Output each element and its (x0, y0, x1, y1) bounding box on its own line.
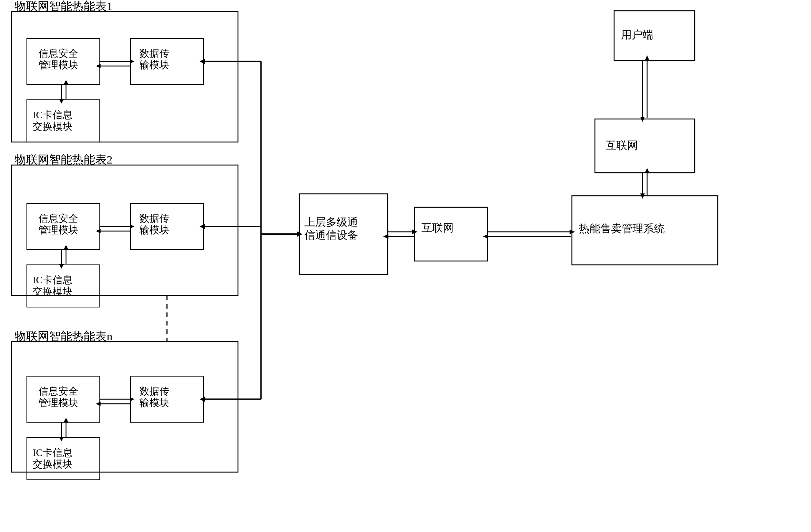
svg-text:上层多级通: 上层多级通 (304, 216, 358, 228)
svg-rect-13 (415, 207, 487, 261)
svg-marker-28 (96, 229, 101, 233)
svg-text:信息安全: 信息安全 (38, 213, 78, 224)
svg-marker-49 (200, 397, 205, 402)
svg-marker-61 (645, 168, 649, 173)
svg-rect-1 (12, 165, 238, 296)
svg-text:IC卡信息: IC卡信息 (33, 109, 73, 121)
svg-marker-32 (64, 245, 68, 249)
svg-text:IC卡信息: IC卡信息 (33, 447, 73, 458)
svg-text:热能售卖管理系统: 热能售卖管理系统 (579, 223, 665, 235)
svg-rect-12 (299, 194, 388, 274)
svg-text:物联网智能热能表1: 物联网智能热能表1 (15, 0, 112, 12)
svg-marker-55 (570, 230, 575, 234)
svg-marker-24 (64, 80, 68, 84)
svg-rect-10 (130, 376, 203, 422)
svg-marker-26 (130, 224, 134, 229)
svg-text:数据传: 数据传 (139, 386, 169, 397)
svg-rect-11 (27, 438, 100, 480)
svg-marker-40 (64, 418, 68, 422)
svg-marker-38 (59, 437, 64, 441)
diagram-container: 物联网智能热能表1 物联网智能热能表2 物联网智能热能表n 信息安全 管理模块 … (0, 0, 811, 532)
svg-text:数据传: 数据传 (139, 48, 169, 59)
svg-text:管理模块: 管理模块 (38, 225, 78, 236)
svg-text:互联网: 互联网 (606, 139, 638, 151)
svg-marker-63 (640, 117, 645, 122)
svg-marker-30 (59, 264, 64, 269)
svg-text:输模块: 输模块 (139, 397, 169, 408)
svg-rect-3 (27, 38, 100, 84)
svg-text:用户端: 用户端 (621, 29, 653, 41)
svg-text:信通信设备: 信通信设备 (304, 229, 358, 241)
svg-marker-18 (130, 59, 134, 64)
svg-marker-47 (200, 59, 205, 64)
svg-marker-20 (96, 64, 101, 68)
svg-text:输模块: 输模块 (139, 225, 169, 236)
svg-rect-7 (130, 203, 203, 249)
svg-rect-6 (27, 203, 100, 249)
svg-marker-34 (130, 397, 134, 401)
svg-rect-2 (12, 342, 238, 472)
svg-rect-14 (614, 11, 695, 61)
svg-rect-9 (27, 376, 100, 422)
svg-text:IC卡信息: IC卡信息 (33, 274, 73, 286)
svg-marker-51 (412, 230, 418, 234)
svg-text:管理模块: 管理模块 (38, 397, 78, 408)
svg-rect-15 (595, 119, 695, 173)
svg-marker-46 (297, 231, 302, 237)
svg-rect-0 (12, 12, 238, 142)
svg-text:输模块: 输模块 (139, 59, 169, 71)
svg-text:物联网智能热能表n: 物联网智能热能表n (15, 330, 112, 342)
svg-marker-59 (640, 193, 645, 199)
svg-marker-53 (383, 234, 388, 239)
svg-text:交换模块: 交换模块 (33, 121, 73, 132)
svg-text:交换模块: 交换模块 (33, 286, 73, 297)
svg-text:物联网智能热能表2: 物联网智能热能表2 (15, 153, 112, 166)
svg-text:交换模块: 交换模块 (33, 459, 73, 470)
svg-marker-36 (96, 401, 101, 406)
svg-text:信息安全: 信息安全 (38, 48, 78, 59)
svg-rect-5 (27, 100, 100, 142)
svg-marker-22 (59, 99, 64, 104)
svg-marker-57 (483, 234, 488, 239)
diagram-svg: 物联网智能热能表1 物联网智能热能表2 物联网智能热能表n 信息安全 管理模块 … (0, 0, 811, 532)
svg-text:数据传: 数据传 (139, 213, 169, 224)
svg-text:信息安全: 信息安全 (38, 386, 78, 397)
svg-text:管理模块: 管理模块 (38, 59, 78, 71)
svg-marker-65 (645, 55, 649, 61)
svg-rect-16 (572, 196, 718, 265)
svg-marker-48 (200, 224, 205, 229)
svg-rect-8 (27, 265, 100, 307)
svg-text:互联网: 互联网 (421, 222, 454, 234)
svg-rect-4 (130, 38, 203, 84)
